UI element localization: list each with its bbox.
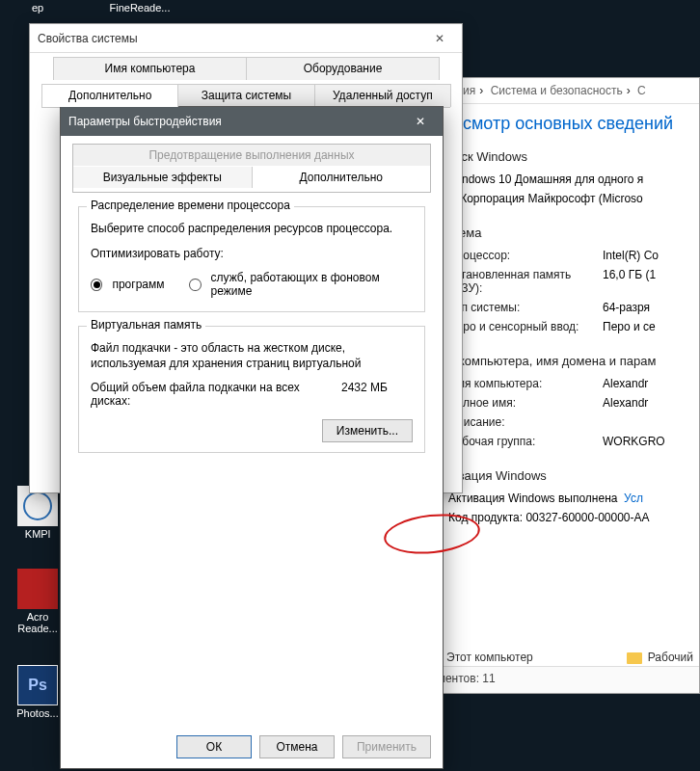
change-button[interactable]: Изменить... (322, 419, 413, 442)
tab-advanced-perf[interactable]: Дополнительно (253, 167, 431, 188)
label-pen: Перо и сенсорный ввод: (448, 320, 603, 333)
photoshop-icon[interactable]: Ps (17, 665, 58, 705)
label-desc: Описание: (448, 415, 603, 429)
edition-text: Windows 10 Домашняя для одного я (448, 173, 643, 186)
product-key: Код продукта: 00327-60000-00000-AА (448, 511, 650, 524)
acrobat-icon[interactable] (17, 569, 58, 609)
this-pc-label[interactable]: Этот компьютер (446, 651, 533, 664)
radio-programs-label: программ (112, 278, 164, 291)
value-ram: 16,0 ГБ (1 (603, 268, 689, 295)
radio-programs[interactable] (91, 279, 102, 291)
performance-options-title: Параметры быстродействия (68, 107, 222, 136)
tab-system-protection[interactable]: Защита системы (177, 84, 314, 107)
value-pc-name: Alexandr (603, 377, 689, 390)
label-ram: Установленная память (ОЗУ): (448, 268, 603, 295)
tab-dep[interactable]: Предотвращение выполнения данных (72, 144, 431, 166)
section-windows-edition: Выпуск Windows (431, 149, 689, 164)
label-workgroup: Рабочая группа: (448, 435, 603, 448)
copyright-text: © Корпорация Майкрософт (Microso (448, 192, 643, 205)
breadcrumb-item[interactable]: С (633, 84, 650, 97)
tab-visual-effects[interactable]: Визуальные эффекты (73, 167, 253, 188)
tab-hardware[interactable]: Оборудование (246, 57, 440, 80)
page-title: Просмотр основных сведений (421, 104, 699, 142)
tab-advanced[interactable]: Дополнительно (41, 84, 178, 107)
label-pc-name: Имя компьютера: (448, 377, 603, 390)
value-workgroup: WORKGRO (603, 435, 689, 448)
label-system-type: Тип системы: (448, 301, 603, 314)
label-cpu: Процессор: (448, 249, 603, 262)
apply-button[interactable]: Применить (342, 735, 431, 758)
radio-background-label: служб, работающих в фоновом режиме (211, 271, 413, 298)
cancel-button[interactable]: Отмена (259, 735, 335, 758)
system-properties-title: Свойства системы (38, 24, 138, 53)
cpu-optimize-label: Оптимизировать работу: (91, 246, 413, 261)
desktop-icon-finereader[interactable]: FineReade... (96, 2, 183, 13)
radio-background[interactable] (189, 279, 201, 291)
value-full-name: Alexandr (603, 396, 689, 410)
group-vm-legend: Виртуальная память (87, 318, 205, 332)
breadcrumb[interactable]: авления› Система и безопасность› С (421, 78, 699, 104)
work-folder-label[interactable]: Рабочий (648, 651, 693, 664)
performance-options-dialog: Параметры быстродействия ✕ Предотвращени… (60, 106, 444, 769)
close-icon[interactable]: ✕ (425, 24, 454, 53)
value-system-type: 64-разря (603, 301, 689, 314)
group-cpu-scheduling: Распределение времени процессора Выберит… (78, 206, 425, 312)
value-cpu: Intel(R) Co (603, 249, 689, 262)
tab-computer-name[interactable]: Имя компьютера (53, 57, 247, 80)
status-bar: ементов: 11 (421, 666, 699, 693)
vm-desc: Файл подкачки - это область на жестком д… (91, 340, 413, 371)
activation-status: Активация Windows выполнена Усл (448, 492, 643, 505)
group-cpu-legend: Распределение времени процессора (87, 199, 294, 212)
cpu-sched-desc: Выберите способ распределения ресурсов п… (91, 221, 413, 236)
vm-total-label: Общий объем файла подкачки на всех диска… (91, 381, 336, 408)
breadcrumb-item[interactable]: Система и безопасность (487, 84, 627, 97)
activation-terms-link[interactable]: Усл (624, 492, 643, 505)
desktop-icon-er[interactable]: ер (4, 2, 71, 13)
close-icon[interactable]: ✕ (406, 107, 435, 136)
ok-button[interactable]: ОК (176, 735, 252, 758)
label-full-name: Полное имя: (448, 396, 603, 410)
tab-remote[interactable]: Удаленный доступ (314, 84, 451, 107)
group-virtual-memory: Виртуальная память Файл подкачки - это о… (78, 326, 425, 453)
section-system: Система (431, 226, 689, 240)
section-pc-name: Имя компьютера, имя домена и парам (431, 354, 689, 368)
section-activation: Активация Windows (431, 468, 689, 483)
vm-total-value: 2432 МБ (336, 381, 413, 394)
folder-icon (627, 652, 642, 664)
value-pen: Перо и се (603, 320, 689, 333)
